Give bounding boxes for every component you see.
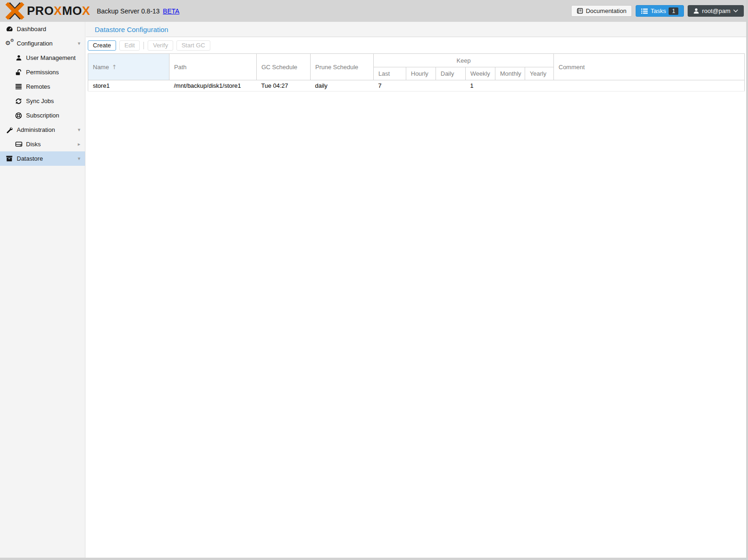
main-content: Datastore Configuration Create Edit Veri… [86,22,746,558]
create-button[interactable]: Create [88,40,116,51]
sidebar-item-remotes[interactable]: Remotes [0,79,85,94]
user-menu-button[interactable]: root@pam [688,5,744,17]
column-group-keep: Keep [374,54,554,67]
user-menu-label: root@pam [702,7,730,14]
tasks-count-badge: 1 [669,7,678,15]
documentation-button-label: Documentation [586,7,626,14]
sidebar-item-user-management[interactable]: User Management [0,51,85,65]
user-icon [693,8,699,14]
cell-gc-schedule: Tue 04:27 [257,80,311,91]
column-header-path[interactable]: Path [169,54,257,80]
cell-keep-weekly: 1 [466,80,495,91]
task-list-icon [641,8,648,14]
unlock-icon [15,69,22,76]
column-header-keep-monthly[interactable]: Monthly [495,67,525,80]
table-row[interactable]: store1 /mnt/backup/disk1/store1 Tue 04:2… [88,80,745,91]
chevron-down-icon[interactable]: ▾ [78,40,80,46]
sidebar-item-dashboard[interactable]: Dashboard [0,22,85,36]
page-title: Datastore Configuration [86,22,746,37]
start-gc-button[interactable]: Start GC [176,40,210,51]
sidebar-item-permissions[interactable]: Permissions [0,65,85,79]
sidebar-item-label: Subscription [26,112,59,119]
sidebar-item-label: Permissions [26,69,59,76]
column-header-keep-weekly[interactable]: Weekly [466,67,495,80]
cell-name: store1 [88,80,169,91]
archive-icon [6,156,13,162]
proxmox-logo-text: PROXMOX [27,4,90,18]
sidebar-item-label: Dashboard [17,26,46,33]
sidebar-item-label: Disks [26,141,41,148]
cell-keep-yearly [525,80,554,91]
proxmox-logo-icon [5,2,25,20]
sidebar-item-label: Administration [17,126,55,133]
column-header-prune-schedule[interactable]: Prune Schedule [311,54,374,80]
cell-keep-monthly [495,80,525,91]
sidebar-item-datastore[interactable]: Datastore ▾ [0,151,85,166]
sidebar-item-sync-jobs[interactable]: Sync Jobs [0,94,85,108]
sidebar-item-configuration[interactable]: ⚙⚙ Configuration ▾ [0,36,85,51]
sidebar-nav: Dashboard ⚙⚙ Configuration ▾ User Manage… [0,22,85,558]
wrench-icon [6,127,13,133]
proxmox-backup-server-app: { "topbar": { "logo_word": "PROXMOX", "p… [0,0,748,560]
user-icon [15,55,22,61]
column-header-keep-last[interactable]: Last [374,67,406,80]
sync-icon [15,98,22,104]
cell-comment [554,80,745,91]
chevron-down-icon[interactable]: ▾ [78,156,80,162]
sidebar-item-label: Datastore [17,155,43,162]
cell-path: /mnt/backup/disk1/store1 [169,80,257,91]
datastore-grid: Name↑ Path GC Schedule Prune Schedule Ke… [88,53,744,91]
column-header-keep-hourly[interactable]: Hourly [406,67,436,80]
window-edge-right [746,0,748,560]
cell-keep-last: 7 [374,80,406,91]
sidebar-item-disks[interactable]: Disks ▸ [0,137,85,151]
column-header-keep-daily[interactable]: Daily [436,67,466,80]
toolbar-separator [143,42,144,49]
edit-button[interactable]: Edit [119,40,140,51]
beta-link[interactable]: BETA [163,7,180,15]
cell-prune-schedule: daily [311,80,374,91]
tasks-button-label: Tasks [650,7,666,14]
sort-ascending-icon: ↑ [112,64,117,71]
sidebar-item-label: Configuration [17,40,52,47]
cell-keep-hourly [406,80,436,91]
verify-button[interactable]: Verify [148,40,173,51]
proxmox-logo: PROXMOX [5,2,90,20]
gears-icon: ⚙⚙ [6,40,13,47]
sidebar-item-administration[interactable]: Administration ▾ [0,123,85,137]
dashboard-icon [6,26,13,33]
tasks-button[interactable]: Tasks 1 [636,5,684,17]
sidebar-item-subscription[interactable]: Subscription [0,108,85,123]
chevron-down-icon [733,9,738,13]
column-header-name[interactable]: Name↑ [88,54,169,80]
window-edge-bottom [0,558,748,560]
column-header-comment[interactable]: Comment [554,54,745,80]
documentation-button[interactable]: Documentation [571,5,632,17]
sidebar-item-label: User Management [26,54,76,61]
column-header-gc-schedule[interactable]: GC Schedule [257,54,311,80]
sidebar-item-label: Remotes [26,83,50,90]
toolbar: Create Edit Verify Start GC [86,37,746,53]
life-ring-icon [15,112,22,119]
list-icon [15,84,22,90]
cell-keep-daily [436,80,466,91]
chevron-down-icon[interactable]: ▾ [78,127,80,133]
chevron-right-icon[interactable]: ▸ [78,141,80,147]
top-bar: PROXMOX Backup Server 0.8-13 BETA Docume… [0,0,748,22]
product-version-text: Backup Server 0.8-13 [97,7,159,15]
book-icon [577,8,583,14]
hdd-icon [15,141,22,147]
column-header-keep-yearly[interactable]: Yearly [525,67,554,80]
sidebar-item-label: Sync Jobs [26,98,54,104]
